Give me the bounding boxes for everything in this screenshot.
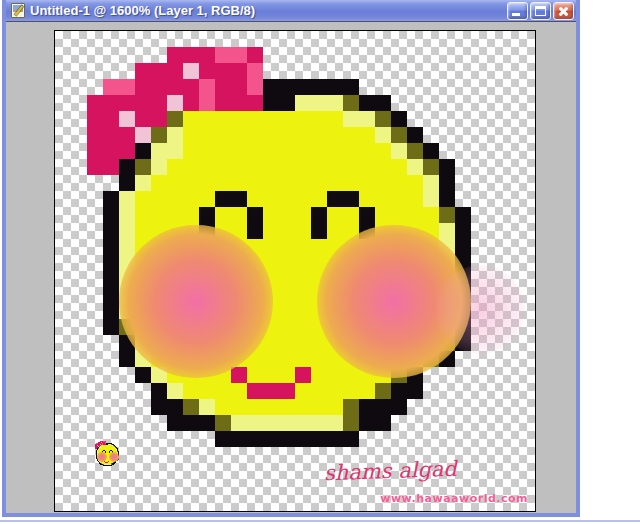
minimize-button[interactable]: [507, 2, 528, 20]
photoshop-document-window: Untitled-1 @ 1600% (Layer 1, RGB/8) sham…: [2, 0, 580, 517]
window-title: Untitled-1 @ 1600% (Layer 1, RGB/8): [30, 3, 255, 18]
document-canvas[interactable]: shams algad www.hawaaworld.com: [54, 30, 536, 512]
pixel-art-smiley: [55, 31, 535, 511]
window-controls: [507, 2, 574, 20]
maximize-button[interactable]: [530, 2, 551, 20]
maximize-icon: [535, 6, 546, 16]
window-edge-line: [0, 520, 640, 522]
window-titlebar[interactable]: Untitled-1 @ 1600% (Layer 1, RGB/8): [6, 0, 576, 22]
watermark-artist: shams algad: [324, 457, 458, 486]
watermark-website: www.hawaaworld.com: [380, 492, 528, 505]
canvas-work-area: shams algad www.hawaaworld.com: [6, 23, 576, 513]
photoshop-file-icon: [11, 3, 25, 18]
minimize-icon: [512, 13, 520, 16]
close-button[interactable]: [553, 2, 574, 20]
mini-smiley-preview: [93, 440, 123, 470]
desktop-background: Untitled-1 @ 1600% (Layer 1, RGB/8) sham…: [0, 0, 640, 524]
